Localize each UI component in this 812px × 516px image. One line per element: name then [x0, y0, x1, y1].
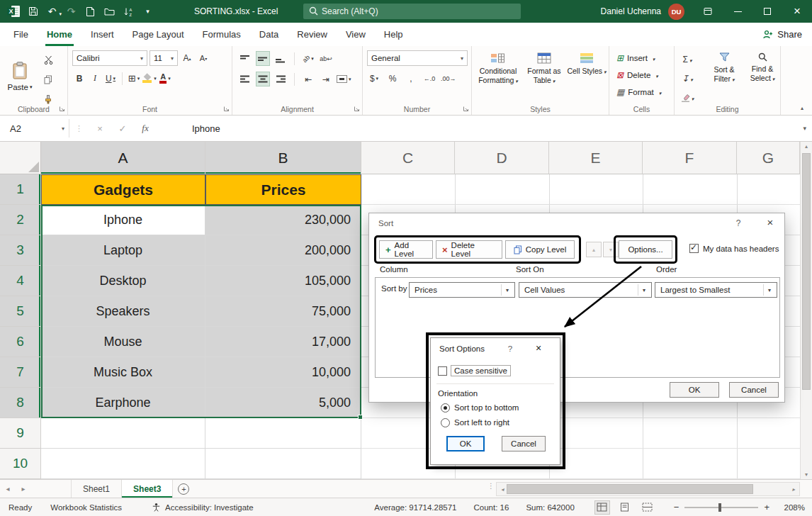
sheet-tab-sheet3[interactable]: Sheet3 — [122, 480, 173, 498]
horizontal-scrollbar[interactable] — [496, 482, 800, 496]
qat-customize-button[interactable] — [138, 0, 157, 23]
dialog-help-icon[interactable] — [732, 218, 745, 228]
row-header-8[interactable]: 8 — [0, 388, 41, 418]
cell-A6[interactable]: Mouse — [41, 327, 205, 357]
zoom-out-icon[interactable]: − — [674, 502, 680, 512]
sort-options-ok-button[interactable]: OK — [446, 436, 485, 452]
dialog-close-icon[interactable] — [762, 216, 779, 228]
decrease-indent-button[interactable] — [301, 72, 315, 86]
scroll-right-icon[interactable] — [789, 483, 799, 495]
cell-B2[interactable]: 230,000 — [205, 205, 361, 235]
tab-formulas[interactable]: Formulas — [193, 23, 250, 46]
tab-insert[interactable]: Insert — [81, 23, 123, 46]
paste-button[interactable]: Paste — [4, 50, 36, 103]
sort-on-select[interactable]: Cell Values — [519, 282, 652, 298]
cell-A2[interactable]: Iphone — [41, 205, 205, 235]
cell-A10[interactable] — [41, 449, 205, 479]
cell-B9[interactable] — [205, 418, 361, 449]
accessibility-button[interactable]: Accessibility: Investigate — [152, 503, 254, 512]
page-layout-view-icon[interactable] — [617, 500, 633, 515]
row-header-4[interactable]: 4 — [0, 266, 41, 296]
format-cells-button[interactable]: Format — [616, 87, 661, 97]
decrease-font-size-button[interactable] — [196, 51, 210, 66]
user-name[interactable]: Daniel Uchenna — [601, 6, 661, 16]
bold-button[interactable]: B — [72, 71, 86, 86]
user-avatar[interactable]: DU — [668, 4, 684, 20]
middle-align-button[interactable] — [256, 51, 270, 66]
increase-font-size-button[interactable] — [180, 51, 194, 66]
page-break-view-icon[interactable] — [640, 500, 655, 515]
formula-bar-handle[interactable] — [75, 124, 83, 133]
center-button[interactable] — [256, 72, 270, 86]
column-header-G[interactable]: G — [737, 142, 800, 174]
decrease-decimal-button[interactable]: .00→ — [441, 71, 456, 86]
sort-top-to-bottom-label[interactable]: Sort top to bottom — [454, 403, 519, 412]
cell-A8[interactable]: Earphone — [41, 388, 205, 418]
sheet-nav-right-icon[interactable]: ▸ — [16, 485, 31, 493]
cancel-entry-icon[interactable] — [89, 123, 111, 134]
fill-button[interactable] — [680, 71, 694, 86]
increase-decimal-button[interactable]: ←.0 — [422, 71, 436, 86]
cell-B5[interactable]: 75,000 — [205, 296, 361, 327]
cell-B4[interactable]: 105,000 — [205, 266, 361, 296]
sort-filter-button[interactable]: Sort & Filter — [704, 49, 744, 104]
status-average[interactable]: Average: 91714.28571 — [374, 503, 456, 512]
row-header-2[interactable]: 2 — [0, 205, 41, 235]
zoom-slider-thumb[interactable] — [718, 503, 721, 512]
tab-page-layout[interactable]: Page Layout — [123, 23, 193, 46]
cell-A7[interactable]: Music Box — [41, 357, 205, 388]
row-header-1[interactable]: 1 — [0, 174, 41, 205]
status-sum[interactable]: Sum: 642000 — [526, 503, 574, 512]
autosum-button[interactable]: Σ — [680, 52, 694, 67]
column-header-F[interactable]: F — [643, 142, 737, 174]
align-right-button[interactable] — [274, 72, 288, 86]
wrap-text-button[interactable] — [319, 51, 333, 66]
cell-B7[interactable]: 10,000 — [205, 357, 361, 388]
sort-options-close-icon[interactable] — [531, 342, 546, 354]
number-format-select[interactable]: General — [367, 50, 468, 66]
clipboard-dialog-launcher[interactable] — [59, 106, 65, 112]
formula-input[interactable]: Iphone — [192, 123, 220, 134]
sort-left-to-right-radio[interactable] — [441, 418, 450, 427]
case-sensitive-checkbox[interactable] — [438, 366, 447, 376]
excel-app-icon[interactable]: X — [4, 0, 23, 23]
options-button[interactable]: Options... — [619, 240, 672, 259]
delete-cells-button[interactable]: Delete — [616, 70, 658, 80]
conditional-formatting-button[interactable]: Conditional Formatting — [475, 49, 521, 104]
open-folder-button[interactable] — [100, 0, 119, 23]
sort-by-column-select[interactable]: Prices — [409, 282, 515, 298]
column-header-B[interactable]: B — [205, 142, 361, 174]
tab-view[interactable]: View — [337, 23, 375, 46]
sort-options-help-icon[interactable] — [504, 344, 516, 353]
row-header-7[interactable]: 7 — [0, 357, 41, 388]
alignment-dialog-launcher[interactable] — [354, 106, 360, 112]
tab-data[interactable]: Data — [250, 23, 288, 46]
scroll-left-icon[interactable] — [497, 483, 507, 495]
close-button[interactable] — [782, 0, 812, 23]
cell-styles-button[interactable]: Cell Styles — [567, 49, 607, 104]
share-button[interactable]: Share — [763, 23, 802, 46]
collapse-ribbon-button[interactable] — [801, 105, 803, 111]
cell-B8[interactable]: 5,000 — [205, 388, 361, 418]
add-level-button[interactable]: Add Level — [379, 240, 433, 259]
borders-button[interactable] — [127, 71, 141, 86]
align-left-button[interactable] — [238, 72, 252, 86]
font-dialog-launcher[interactable] — [223, 106, 230, 112]
number-dialog-launcher[interactable] — [463, 106, 469, 112]
sort-ok-button[interactable]: OK — [670, 382, 719, 398]
column-header-A[interactable]: A — [41, 142, 205, 174]
column-header-C[interactable]: C — [361, 142, 455, 174]
expand-formula-bar-icon[interactable] — [803, 125, 806, 132]
merge-center-button[interactable] — [337, 72, 351, 86]
top-align-button[interactable] — [238, 51, 252, 66]
copy-level-button[interactable]: Copy Level — [505, 240, 575, 259]
comma-style-button[interactable]: , — [404, 71, 418, 86]
workbook-statistics-button[interactable]: Workbook Statistics — [50, 503, 122, 512]
column-header-E[interactable]: E — [549, 142, 643, 174]
cell-A3[interactable]: Laptop — [41, 235, 205, 266]
increase-indent-button[interactable] — [319, 72, 333, 86]
ribbon-display-options-icon[interactable] — [693, 0, 723, 23]
vertical-scrollbar[interactable] — [800, 142, 812, 479]
cell-B3[interactable]: 200,000 — [205, 235, 361, 266]
cell-A4[interactable]: Desktop — [41, 266, 205, 296]
